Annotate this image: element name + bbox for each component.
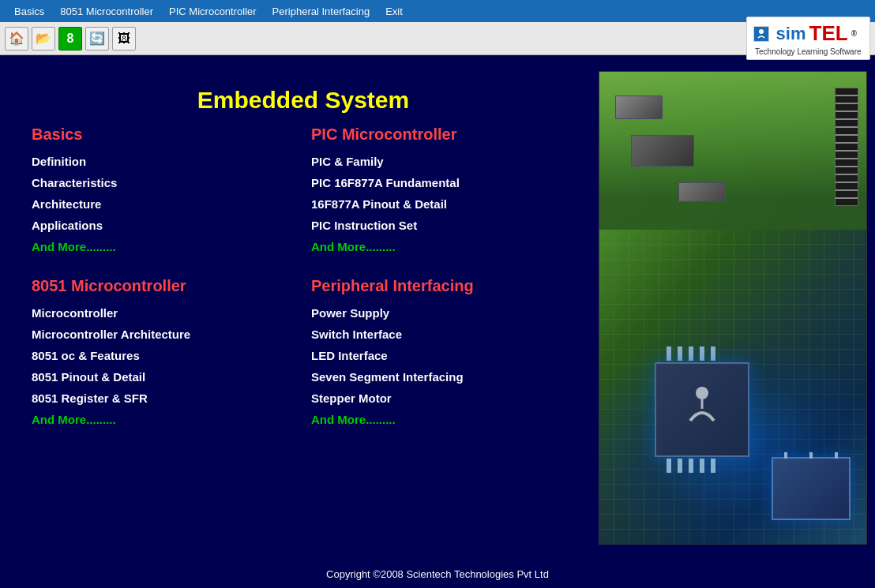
chip-pin: [689, 346, 693, 361]
menu-8051[interactable]: 8051 Microcontroller: [52, 4, 161, 19]
left-panel: Embedded System Basics Definition Charac…: [8, 63, 599, 552]
copyright-text: Copyright ©2008 Scientech Technologies P…: [326, 568, 549, 580]
tel-text: TEL: [809, 21, 848, 46]
chip-pins-bottom: [667, 459, 715, 473]
svg-point-1: [696, 387, 708, 399]
ic-chip-3: [678, 182, 726, 202]
simtel-brand: simTEL®: [770, 20, 863, 47]
toolbar-left: 🏠 📂 8 🔄 🖼: [5, 27, 136, 51]
number-icon: 8: [67, 32, 74, 46]
image-button[interactable]: 🖼: [112, 27, 136, 51]
footer: Copyright ©2008 Scientech Technologies P…: [0, 560, 875, 588]
menu-pic[interactable]: PIC Microcontroller: [161, 4, 265, 19]
basics-definition[interactable]: Definition: [32, 155, 295, 168]
menu-peripheral[interactable]: Peripheral Interfacing: [265, 4, 378, 19]
basics-applications[interactable]: Applications: [32, 219, 295, 232]
home-button[interactable]: 🏠: [5, 27, 28, 51]
main-content: Embedded System Basics Definition Charac…: [0, 55, 875, 588]
chip-pin: [700, 459, 704, 473]
chip-pin: [678, 459, 682, 473]
8051-pinout[interactable]: 8051 Pinout & Detail: [32, 370, 295, 384]
pic-pinout[interactable]: 16F877A Pinout & Detail: [311, 197, 575, 211]
secondary-chip: [772, 457, 851, 520]
toolbar: 🏠 📂 8 🔄 🖼 simTEL® Technology Learnin: [0, 22, 875, 55]
peripheral-section: Peripheral Interfacing Power Supply Swit…: [311, 277, 575, 426]
chip-pin: [667, 459, 671, 473]
chip-pins-top: [667, 346, 715, 361]
connector-strip: [835, 88, 858, 206]
8051-features[interactable]: 8051 oc & Features: [32, 349, 295, 362]
peripheral-led[interactable]: LED Interface: [311, 349, 575, 362]
pic-fundamental[interactable]: PIC 16F877A Fundamental: [311, 176, 575, 189]
pic-section: PIC Microcontroller PIC & Family PIC 16F…: [311, 125, 575, 253]
pin: [784, 452, 787, 459]
chip-pin: [689, 459, 693, 473]
peripheral-stepper[interactable]: Stepper Motor: [311, 391, 575, 405]
open-button[interactable]: 📂: [32, 27, 55, 51]
menu-bar: Basics 8051 Microcontroller PIC Microcon…: [0, 0, 875, 22]
pic-instruction[interactable]: PIC Instruction Set: [311, 219, 575, 232]
menu-columns: Basics Definition Characteristics Archit…: [24, 125, 583, 545]
basics-title[interactable]: Basics: [32, 125, 295, 144]
secondary-chip-pins-top: [773, 452, 849, 459]
ic-chip-1: [615, 96, 663, 119]
column-left: Basics Definition Characteristics Archit…: [24, 125, 303, 545]
basics-characteristics[interactable]: Characteristics: [32, 176, 295, 189]
peripheral-switch[interactable]: Switch Interface: [311, 328, 575, 341]
simtel-logo-wrapper: simTEL® Technology Learning Software: [746, 17, 870, 60]
chip-pin: [678, 346, 682, 361]
page-title: Embedded System: [24, 71, 583, 125]
chip-body: [655, 362, 749, 457]
sim-text: sim: [776, 24, 806, 44]
menu-exit[interactable]: Exit: [377, 4, 411, 19]
simtel-icon: [753, 26, 769, 42]
8051-more[interactable]: And More.........: [32, 413, 295, 426]
peripheral-more[interactable]: And More.........: [311, 413, 575, 426]
pin: [835, 452, 838, 459]
svg-point-0: [759, 29, 764, 34]
refresh-button[interactable]: 🔄: [85, 27, 109, 51]
refresh-icon: 🔄: [89, 31, 105, 46]
menu-basics[interactable]: Basics: [6, 4, 52, 19]
peripheral-title[interactable]: Peripheral Interfacing: [311, 277, 575, 295]
circuit-image-panel: [599, 63, 867, 552]
pic-more[interactable]: And More.........: [311, 240, 575, 253]
8051-title[interactable]: 8051 Microcontroller: [32, 277, 295, 295]
open-icon: 📂: [36, 31, 51, 46]
number-button[interactable]: 8: [58, 27, 82, 51]
chip-pin: [700, 346, 704, 361]
main-chip-container: [631, 339, 773, 481]
content-area: Embedded System Basics Definition Charac…: [0, 55, 875, 560]
pic-family[interactable]: PIC & Family: [311, 155, 575, 168]
basics-section: Basics Definition Characteristics Archit…: [32, 125, 295, 253]
chip-pin: [667, 346, 671, 361]
pin: [809, 452, 813, 459]
circuit-board-image: [599, 71, 867, 545]
8051-architecture[interactable]: Microcontroller Architecture: [32, 328, 295, 341]
peripheral-power[interactable]: Power Supply: [311, 306, 575, 320]
chip-pin: [711, 346, 715, 361]
pic-title[interactable]: PIC Microcontroller: [311, 125, 575, 144]
peripheral-segment[interactable]: Seven Segment Interfacing: [311, 370, 575, 384]
home-icon: 🏠: [9, 31, 24, 46]
column-right: PIC Microcontroller PIC & Family PIC 16F…: [303, 125, 583, 545]
8051-section: 8051 Microcontroller Microcontroller Mic…: [32, 277, 295, 426]
chip-pin: [711, 459, 715, 473]
basics-architecture[interactable]: Architecture: [32, 197, 295, 211]
trademark: ®: [851, 29, 857, 38]
8051-microcontroller[interactable]: Microcontroller: [32, 306, 295, 320]
ic-chip-2: [631, 135, 694, 167]
image-icon: 🖼: [118, 32, 130, 46]
basics-more[interactable]: And More.........: [32, 240, 295, 253]
chip-figure: [678, 381, 726, 438]
8051-register[interactable]: 8051 Register & SFR: [32, 391, 295, 405]
